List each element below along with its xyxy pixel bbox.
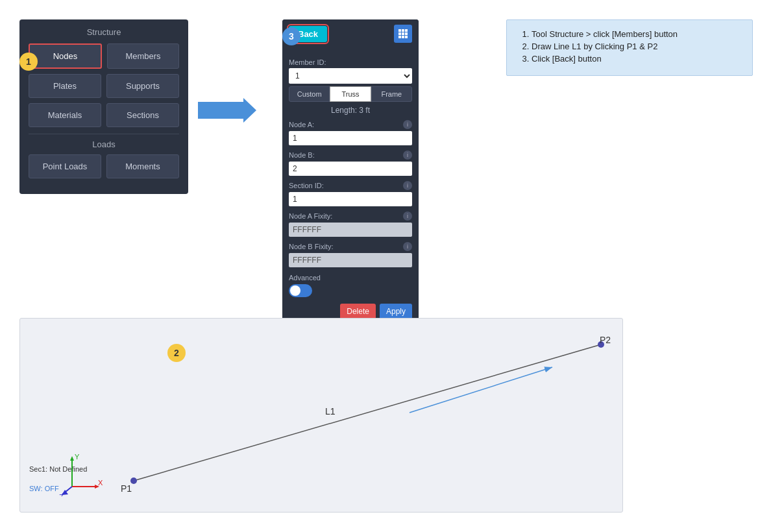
svg-rect-5 xyxy=(398,32,401,35)
svg-text:Y: Y xyxy=(75,454,80,461)
p1-label: P1 xyxy=(121,483,132,494)
svg-marker-17 xyxy=(70,456,74,461)
instruction-2: Draw Line L1 by Clicking P1 & P2 xyxy=(532,42,740,51)
toggle-knob xyxy=(290,285,300,296)
structure-row-3: Materials Sections xyxy=(29,103,179,127)
instruction-3: Click [Back] button xyxy=(532,54,740,64)
node-a-fixity-info-icon: i xyxy=(403,212,412,221)
materials-button[interactable]: Materials xyxy=(29,103,101,127)
svg-rect-3 xyxy=(402,29,404,32)
plates-button[interactable]: Plates xyxy=(29,74,101,98)
svg-rect-6 xyxy=(402,32,404,35)
structure-title: Structure xyxy=(29,27,179,37)
canvas-sw: SW: OFF xyxy=(29,485,59,492)
members-button[interactable]: Members xyxy=(107,43,179,69)
svg-rect-8 xyxy=(398,36,401,38)
moments-button[interactable]: Moments xyxy=(106,154,179,178)
nodes-button[interactable]: Nodes xyxy=(29,43,102,69)
member-panel-header: Back xyxy=(282,19,419,48)
svg-rect-7 xyxy=(405,32,408,35)
member-id-select[interactable]: 1 xyxy=(289,68,412,84)
advanced-label: Advanced xyxy=(289,274,412,282)
type-truss-button[interactable]: Truss xyxy=(330,86,371,102)
step-badge-3: 3 xyxy=(282,27,300,45)
arrow xyxy=(191,94,256,129)
node-b-fixity-value: FFFFFF xyxy=(289,253,412,267)
section-id-label: Section ID: i xyxy=(289,181,412,190)
line-label: L1 xyxy=(325,406,336,417)
svg-rect-9 xyxy=(402,36,404,38)
structure-row-1: Nodes Members xyxy=(29,43,179,69)
svg-text:Z: Z xyxy=(59,493,64,496)
member-id-label: Member ID: xyxy=(289,58,412,66)
instructions-list: Tool Structure > click [Members] button … xyxy=(519,29,740,64)
svg-rect-4 xyxy=(405,29,408,32)
action-buttons: Delete Apply xyxy=(289,304,412,319)
step-badge-2: 2 xyxy=(167,344,186,362)
loads-row: Point Loads Moments xyxy=(29,154,179,178)
toggle-row xyxy=(289,284,412,297)
node-b-label: Node B: i xyxy=(289,151,412,160)
canvas-svg xyxy=(20,319,623,513)
member-panel-body: Member ID: 1 Custom Truss Frame Length: … xyxy=(282,48,419,327)
node-b-fixity-label: Node B Fixity: i xyxy=(289,242,412,251)
p2-label: P2 xyxy=(600,335,611,345)
advanced-toggle[interactable] xyxy=(289,284,312,297)
section-id-info-icon: i xyxy=(403,181,412,190)
node-a-label: Node A: i xyxy=(289,120,412,129)
type-frame-button[interactable]: Frame xyxy=(371,86,412,102)
structure-panel: Structure Nodes Members Plates Supports … xyxy=(19,19,188,194)
grid-icon[interactable] xyxy=(394,25,412,43)
axis: Y X Z xyxy=(59,454,104,499)
node-a-fixity-value: FFFFFF xyxy=(289,223,412,237)
apply-button[interactable]: Apply xyxy=(380,304,412,319)
member-type-row: Custom Truss Frame xyxy=(289,86,412,102)
node-b-input[interactable] xyxy=(289,162,412,176)
supports-button[interactable]: Supports xyxy=(106,74,179,98)
type-custom-button[interactable]: Custom xyxy=(289,86,330,102)
loads-title: Loads xyxy=(29,139,179,149)
panel-divider xyxy=(29,134,179,134)
node-a-fixity-label: Node A Fixity: i xyxy=(289,212,412,221)
canvas-area: P1 P2 L1 Sec1: Not Defined SW: OFF Y X Z xyxy=(19,318,623,513)
svg-line-11 xyxy=(134,345,601,481)
structure-row-2: Plates Supports xyxy=(29,74,179,98)
node-a-info-icon: i xyxy=(403,120,412,129)
delete-button[interactable]: Delete xyxy=(340,304,376,319)
node-a-input[interactable] xyxy=(289,131,412,145)
length-text: Length: 3 ft xyxy=(289,106,412,115)
section-id-input[interactable] xyxy=(289,192,412,206)
svg-rect-2 xyxy=(398,29,401,32)
svg-marker-1 xyxy=(198,98,256,123)
sections-button[interactable]: Sections xyxy=(106,103,179,127)
svg-text:X: X xyxy=(98,479,103,487)
instructions-panel: Tool Structure > click [Members] button … xyxy=(506,19,753,76)
node-b-fixity-info-icon: i xyxy=(403,242,412,251)
step-badge-1: 1 xyxy=(19,53,38,71)
member-panel: Back Member ID: 1 Custom Truss Fr xyxy=(282,19,419,327)
instruction-1: Tool Structure > click [Members] button xyxy=(532,29,740,39)
node-b-info-icon: i xyxy=(403,151,412,160)
svg-line-13 xyxy=(410,367,552,413)
axis-svg: Y X Z xyxy=(59,454,104,496)
svg-rect-10 xyxy=(405,36,408,38)
point-loads-button[interactable]: Point Loads xyxy=(29,154,101,178)
